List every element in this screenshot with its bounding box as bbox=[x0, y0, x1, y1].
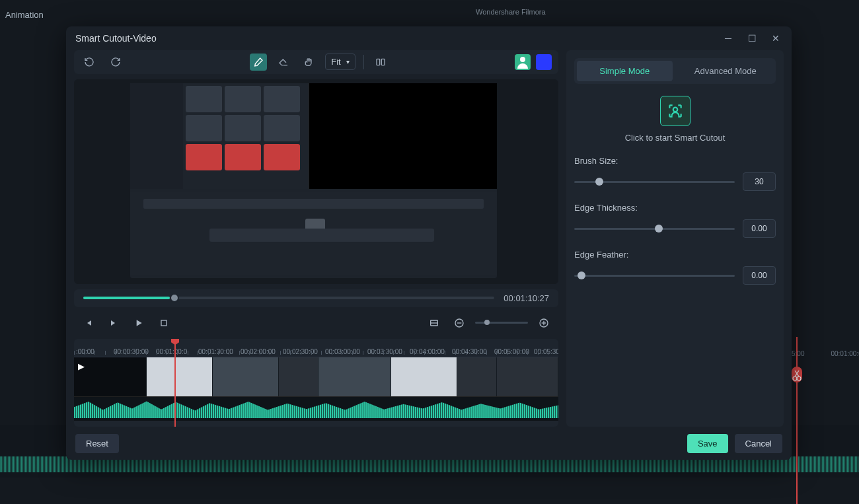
bg-app-name: Wondershare Filmora bbox=[476, 8, 546, 16]
svg-point-16 bbox=[673, 108, 677, 112]
bg-toolbar: Wondershare Filmora bbox=[476, 2, 859, 22]
edge-feather-label: Edge Feather: bbox=[574, 250, 776, 260]
prev-frame-button[interactable] bbox=[79, 314, 98, 332]
fit-label: Fit bbox=[331, 57, 340, 67]
background-color-swatch[interactable] bbox=[536, 54, 552, 70]
dialog-title: Smart Cutout-Video bbox=[75, 33, 157, 44]
timeline-ruler[interactable]: :00:00 00:00:30:00 00:01:00:0 00:01:30:0… bbox=[74, 339, 558, 357]
audio-track[interactable] bbox=[74, 397, 558, 421]
edge-thickness-label: Edge Thickness: bbox=[574, 203, 776, 213]
undo-icon[interactable] bbox=[81, 54, 98, 71]
play-button[interactable] bbox=[130, 314, 148, 332]
next-frame-button[interactable] bbox=[104, 314, 123, 332]
progress-slider[interactable] bbox=[83, 297, 494, 299]
tab-advanced-mode[interactable]: Advanced Mode bbox=[678, 61, 774, 81]
stop-button[interactable] bbox=[155, 314, 173, 332]
edge-thickness-slider[interactable] bbox=[574, 228, 735, 230]
save-button[interactable]: Save bbox=[687, 434, 728, 453]
close-button[interactable]: ✕ bbox=[769, 32, 782, 45]
chevron-down-icon: ▾ bbox=[346, 58, 350, 65]
param-edge-feather: Edge Feather: bbox=[574, 250, 776, 285]
eraser-tool-icon[interactable] bbox=[275, 54, 292, 71]
timeline: :00:00 00:00:30:00 00:01:00:0 00:01:30:0… bbox=[74, 339, 558, 427]
svg-rect-6 bbox=[381, 59, 385, 65]
smart-cutout-dialog: Smart Cutout-Video ─ ☐ ✕ Fit ▾ bbox=[66, 26, 792, 460]
svg-rect-8 bbox=[161, 320, 167, 326]
cutout-panel: Simple Mode Advanced Mode Click to start… bbox=[566, 50, 784, 427]
svg-rect-5 bbox=[377, 59, 380, 65]
dialog-titlebar: Smart Cutout-Video ─ ☐ ✕ bbox=[66, 26, 792, 50]
bg-ruler-tick: 5:00 bbox=[792, 350, 804, 357]
timecode-display: 00:01:10:27 bbox=[504, 293, 549, 303]
slider-thumb[interactable] bbox=[578, 271, 585, 279]
zoom-out-button[interactable] bbox=[450, 314, 468, 332]
edge-feather-slider[interactable] bbox=[574, 275, 735, 277]
brush-size-label: Brush Size: bbox=[574, 156, 776, 166]
window-controls: ─ ☐ ✕ bbox=[722, 32, 782, 45]
svg-point-0 bbox=[793, 377, 797, 380]
zoom-slider[interactable] bbox=[475, 322, 528, 324]
reset-button[interactable]: Reset bbox=[75, 434, 119, 453]
zoom-fit-select[interactable]: Fit ▾ bbox=[325, 54, 355, 70]
preview-canvas[interactable] bbox=[74, 79, 558, 284]
playhead-progress: 00:01:10:27 bbox=[74, 289, 558, 307]
brush-size-input[interactable] bbox=[743, 172, 776, 191]
bg-tab-animation[interactable]: Animation bbox=[5, 10, 44, 20]
compare-icon[interactable] bbox=[372, 54, 389, 71]
slider-thumb[interactable] bbox=[595, 178, 603, 186]
param-brush-size: Brush Size: bbox=[574, 156, 776, 191]
start-cutout-label: Click to start Smart Cutout bbox=[574, 133, 776, 143]
edge-thickness-input[interactable] bbox=[743, 219, 776, 238]
play-icon: ▶ bbox=[78, 361, 85, 371]
mode-tabs: Simple Mode Advanced Mode bbox=[574, 58, 776, 84]
bg-ruler-tick: 00:01:00:00 bbox=[831, 350, 859, 357]
svg-point-1 bbox=[797, 377, 801, 380]
progress-thumb[interactable] bbox=[170, 293, 179, 303]
start-cutout-button[interactable] bbox=[660, 96, 691, 126]
pan-tool-icon[interactable] bbox=[300, 54, 317, 71]
zoom-in-button[interactable] bbox=[535, 314, 553, 332]
start-cutout-block: Click to start Smart Cutout bbox=[574, 96, 776, 143]
minimize-button[interactable]: ─ bbox=[722, 32, 735, 45]
bg-cut-marker[interactable] bbox=[792, 367, 802, 382]
brush-size-slider[interactable] bbox=[574, 181, 735, 183]
param-edge-thickness: Edge Thickness: bbox=[574, 203, 776, 238]
cancel-button[interactable]: Cancel bbox=[735, 434, 782, 453]
playback-controls bbox=[74, 312, 558, 334]
cutout-toolbar: Fit ▾ bbox=[74, 50, 558, 74]
left-column: Fit ▾ bbox=[74, 50, 558, 427]
slider-thumb[interactable] bbox=[655, 225, 663, 233]
video-track[interactable]: ▶ bbox=[74, 357, 558, 397]
timeline-playhead[interactable] bbox=[174, 339, 176, 427]
bg-ruler: 5:00 00:01:00:00 00:01:15:00 bbox=[792, 350, 859, 357]
brush-tool-icon[interactable] bbox=[250, 54, 267, 71]
marker-icon[interactable] bbox=[425, 314, 443, 332]
person-preview-swatch[interactable] bbox=[515, 54, 531, 70]
edge-feather-input[interactable] bbox=[743, 266, 776, 285]
tab-simple-mode[interactable]: Simple Mode bbox=[577, 61, 673, 81]
divider bbox=[363, 55, 364, 69]
dialog-footer: Reset Save Cancel bbox=[66, 427, 792, 460]
preview-frame bbox=[130, 83, 497, 278]
maximize-button[interactable]: ☐ bbox=[745, 32, 759, 45]
dialog-body: Fit ▾ bbox=[66, 50, 792, 427]
bg-playhead[interactable] bbox=[796, 337, 798, 504]
svg-point-7 bbox=[520, 57, 525, 62]
redo-icon[interactable] bbox=[107, 54, 124, 71]
